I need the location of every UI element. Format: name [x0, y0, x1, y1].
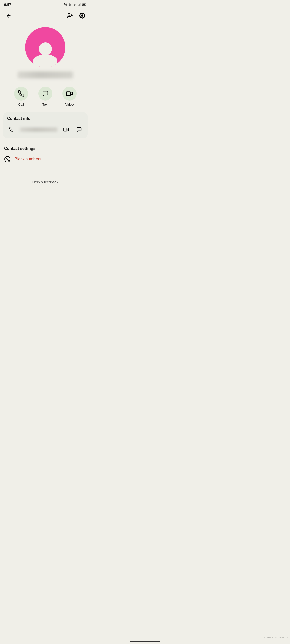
- avatar-head: [39, 42, 52, 55]
- vibrate-icon: [68, 3, 71, 6]
- contact-info-row: [7, 125, 84, 134]
- contact-info-card: Contact info: [3, 112, 88, 138]
- divider-2: [0, 168, 91, 168]
- settings-icon: [79, 13, 85, 19]
- text-icon: [42, 90, 49, 97]
- avatar[interactable]: [25, 27, 65, 67]
- video-label: Video: [65, 103, 74, 106]
- video-call-row-icon: [63, 127, 69, 132]
- video-button[interactable]: [62, 87, 77, 101]
- svg-rect-9: [83, 4, 85, 5]
- status-icons: [64, 3, 87, 6]
- top-navigation: [0, 8, 91, 23]
- video-call-row-button[interactable]: [61, 125, 70, 134]
- call-button[interactable]: [14, 87, 28, 101]
- svg-point-10: [68, 13, 70, 15]
- call-label: Call: [18, 103, 24, 106]
- video-action[interactable]: Video: [62, 87, 77, 106]
- contact-row-action-icons: [61, 125, 84, 134]
- status-bar: 9:57: [0, 0, 91, 8]
- settings-button[interactable]: [77, 10, 88, 21]
- contact-info-title: Contact info: [7, 116, 84, 121]
- nav-right-buttons: [64, 10, 88, 21]
- add-contact-button[interactable]: [64, 10, 76, 21]
- svg-rect-19: [63, 128, 67, 131]
- contact-phone-blurred: [20, 127, 57, 132]
- back-icon: [6, 13, 11, 18]
- battery-icon: [82, 3, 87, 6]
- contact-settings-title: Contact settings: [4, 146, 87, 151]
- block-icon: [4, 156, 11, 163]
- help-feedback-link[interactable]: Help & feedback: [32, 180, 58, 184]
- svg-rect-5: [80, 4, 80, 6]
- signal-icon: [78, 3, 81, 6]
- svg-rect-4: [79, 4, 79, 6]
- message-row-icon: [76, 127, 82, 132]
- divider-1: [0, 140, 91, 140]
- alarm-icon: [64, 3, 67, 6]
- svg-point-2: [75, 6, 75, 6]
- svg-rect-3: [78, 5, 79, 6]
- avatar-section: [0, 23, 91, 80]
- svg-rect-17: [66, 92, 70, 95]
- avatar-body: [33, 54, 57, 67]
- svg-rect-8: [86, 4, 86, 5]
- add-contact-icon: [67, 13, 73, 19]
- svg-rect-6: [80, 3, 81, 6]
- message-row-button[interactable]: [75, 125, 84, 134]
- avatar-person-shape: [25, 42, 65, 67]
- phone-row-icon-button[interactable]: [7, 125, 16, 134]
- status-time: 9:57: [4, 3, 11, 7]
- wifi-icon: [72, 3, 77, 6]
- call-icon: [18, 90, 24, 97]
- contact-settings-section: Contact settings Block numbers: [0, 142, 91, 166]
- call-action[interactable]: Call: [14, 87, 28, 106]
- back-button[interactable]: [3, 10, 14, 21]
- contact-name-blurred: [18, 71, 73, 78]
- svg-marker-18: [67, 128, 68, 131]
- action-buttons-row: Call Text Video: [0, 80, 91, 110]
- video-icon: [66, 90, 73, 97]
- help-footer: Help & feedback: [0, 174, 91, 192]
- text-button[interactable]: [38, 87, 52, 101]
- block-numbers-row[interactable]: Block numbers: [4, 155, 87, 164]
- block-numbers-label: Block numbers: [15, 157, 41, 162]
- svg-marker-16: [70, 92, 72, 95]
- svg-rect-1: [69, 4, 70, 6]
- svg-line-21: [5, 157, 9, 161]
- text-label: Text: [42, 103, 48, 106]
- phone-row-icon: [9, 127, 14, 132]
- text-action[interactable]: Text: [38, 87, 52, 106]
